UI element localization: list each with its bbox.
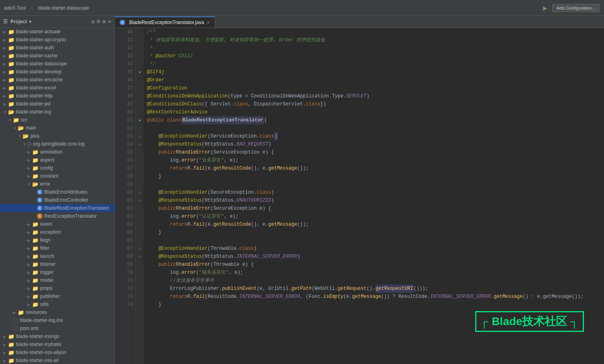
tree-item-blade-error-ctrl[interactable]: ▶ C BladeErrorController [0, 196, 114, 204]
code-content[interactable]: /** * 未知异常转译和发送, 方便监听, 对未知异常统一处理, Order … [144, 28, 604, 364]
tree-item-resources[interactable]: ▶ 📁 resources [0, 308, 114, 316]
tree-item-model[interactable]: ▶ 📁 model [0, 276, 114, 284]
tree-item-rest-translator[interactable]: ▶ I RestExceptionTranslator [0, 212, 114, 220]
tree-item-aspect[interactable]: ▶ 📁 aspect [0, 156, 114, 164]
tree-item[interactable]: ▶ 📁 blade-starter-develop [0, 68, 114, 76]
code-line-60: @ExceptionHandler(SecureException.class) [147, 188, 604, 196]
tree-item-package[interactable]: ▼ ⬡ org.springblade.core.log [0, 140, 114, 148]
tree-item[interactable]: ▶ 📁 blade-starter-jwt [0, 100, 114, 108]
tree-item-config[interactable]: ▶ 📁 config [0, 164, 114, 172]
tree-item-event[interactable]: ▶ 📁 event [0, 220, 114, 228]
tree-item[interactable]: ▶ 📁 blade-starter-api-crypto [0, 36, 114, 44]
code-line-46: @Order [147, 76, 604, 84]
close-icon[interactable]: ✕ [108, 18, 111, 25]
project-dropdown-arrow[interactable]: ▼ [28, 20, 32, 24]
tree-item-mongo[interactable]: ▶ 📁 blade-starter-mongo [0, 332, 114, 340]
tree-item-feign[interactable]: ▶ 📁 feign [0, 236, 114, 244]
code-line-50: @RestControllerAdvice [147, 108, 604, 116]
tree-item-oss-aliyun[interactable]: ▶ 📁 blade-starter-oss-aliyun [0, 348, 114, 356]
code-line-54: @ResponseStatus(HttpStatus.BAD_REQUEST) [147, 140, 604, 148]
code-line-49: @ConditionalOnClass({ Servlet.class, Dis… [147, 100, 604, 108]
tree-item-logger[interactable]: ▶ 📁 logger [0, 268, 114, 276]
code-line-48: @ConditionalOnWebApplication(type = Cond… [147, 92, 604, 100]
code-line-40: /** [147, 28, 604, 36]
line-numbers: 40 41 42 43 44 45 46 47 48 49 50 51 52 5… [115, 28, 136, 364]
code-line-68: @ResponseStatus(HttpStatus.INTERNAL_SERV… [147, 253, 604, 261]
code-line-52 [147, 124, 604, 132]
code-line-69: public R handleError(Throwable e) { [147, 261, 604, 269]
tree-item-constant[interactable]: ▶ 📁 constant [0, 172, 114, 180]
code-editor: 40 41 42 43 44 45 46 47 48 49 50 51 52 5… [115, 28, 604, 364]
code-line-64: return R.fail(e.getResultCode(), e.getMe… [147, 220, 604, 229]
gutter-run-icon-51[interactable]: ● [138, 118, 141, 123]
tree-item-exception[interactable]: ▶ 📁 exception [0, 228, 114, 236]
code-line-70: log.error("服务器异常", e); [147, 269, 604, 277]
tree-item-blade-rest-translator[interactable]: ▶ C BladeRestExceptionTranslator [0, 204, 114, 212]
project-dropdown[interactable]: ☰ [3, 19, 8, 24]
tree-item-props[interactable]: ▶ 📁 props [0, 284, 114, 292]
tree-item-utils[interactable]: ▶ 📁 utils [0, 300, 114, 308]
tree-item-src[interactable]: ▼ 📁 src [0, 116, 114, 124]
tree-item-publisher[interactable]: ▶ 📁 publisher [0, 292, 114, 300]
tree-item-oss-all[interactable]: ▶ 📁 blade-starter-oss-all [0, 356, 114, 364]
tab-close-button[interactable]: ✕ [206, 20, 210, 25]
code-line-74: } [147, 301, 604, 309]
tree-item-error[interactable]: ▼ 📂 error [0, 180, 114, 188]
gutter-mark-68: ◇ [138, 254, 141, 259]
gutter-mark-67: ◇ [138, 246, 141, 251]
code-line-62: public R handleError(SecureException e) … [147, 204, 604, 212]
tree-item-annotation[interactable]: ▶ 📁 annotation [0, 148, 114, 156]
code-line-61: @ResponseStatus(HttpStatus.UNAUTHORIZED) [147, 196, 604, 204]
code-line-47: @Configuration [147, 84, 604, 92]
gutter-mark-60: ◇ [138, 190, 141, 195]
code-line-63: log.error("认证异常", e); [147, 212, 604, 220]
code-line-43: * @author Chill [147, 52, 604, 60]
locate-icon[interactable]: ◎ [92, 18, 95, 25]
code-line-42: * [147, 44, 604, 52]
tree-item[interactable]: ▶ 📁 blade-starter-excel [0, 84, 114, 92]
run-icon[interactable]: ▶ [543, 4, 547, 12]
editor-tab-main[interactable]: C BladeRestExceptionTranslator.java ✕ [115, 16, 215, 28]
project-name: blade-starter-datascope [38, 5, 89, 11]
toolbar-separator-1: | [31, 5, 33, 11]
tree-item[interactable]: ▶ 📁 blade-starter-datascope [0, 60, 114, 68]
gutter: ● ● ◇ ◇ ◇ ◇ [136, 28, 144, 364]
code-line-65: } [147, 229, 604, 237]
sidebar-title: ☰ Project ▼ [3, 19, 32, 24]
tree-item-java[interactable]: ▼ 📂 java [0, 132, 114, 140]
sidebar-icons: ◎ ⊟ ⚙ ✕ [92, 18, 111, 25]
tree-item-mybatis[interactable]: ▶ 📁 blade-starter-mybatis [0, 340, 114, 348]
code-line-66 [147, 237, 604, 245]
tree-item-main[interactable]: ▼ 📂 main [0, 124, 114, 132]
gutter-run-icon-45[interactable]: ● [138, 70, 141, 75]
code-line-44: */ [147, 60, 604, 68]
settings-icon[interactable]: ⚙ [102, 18, 106, 25]
code-line-55: public R handleError(ServiceException e)… [147, 148, 604, 156]
code-line-57: return R.fail(e.getResultCode(), e.getMe… [147, 164, 604, 172]
java-class-icon: C [37, 197, 43, 203]
tree-item[interactable]: ▶ 📁 blade-starter-actuate [0, 28, 114, 36]
gutter-mark-61: ◇ [138, 198, 141, 203]
tree-item[interactable]: ▶ 📁 blade-starter-ehcache [0, 76, 114, 84]
tab-java-icon: C [120, 20, 125, 25]
tree-item-listener[interactable]: ▶ 📁 listener [0, 260, 114, 268]
tree-item-filter[interactable]: ▶ 📁 filter [0, 244, 114, 252]
tool-name: adeX-Tool [4, 5, 26, 11]
code-line-41: * 未知异常转译和发送, 方便监听, 对未知异常统一处理, Order 排序优先… [147, 36, 604, 44]
tree-item-launch[interactable]: ▶ 📁 launch [0, 252, 114, 260]
code-line-53: @ExceptionHandler(ServiceException.class… [147, 132, 604, 140]
tree-item-iml[interactable]: ▶ ⬛ blade-starter-log.iml [0, 316, 114, 324]
code-line-71: //发送服务异常事件 [147, 277, 604, 285]
tree-item[interactable]: ▶ 📁 blade-starter-http [0, 92, 114, 100]
tree-item-blade-error-attr[interactable]: ▶ C BladeErrorAttributes [0, 188, 114, 196]
tree-item[interactable]: ▶ 📁 blade-starter-auth [0, 44, 114, 52]
add-configuration-button[interactable]: Add Configuration... [552, 4, 600, 12]
tree-item[interactable]: ▶ 📁 blade-starter-cache [0, 52, 114, 60]
java-class-icon: C [37, 189, 43, 195]
collapse-all-icon[interactable]: ⊟ [97, 18, 100, 25]
tree-item-log[interactable]: ▼ 📂 blade-starter-log [0, 108, 114, 116]
tree-item-pom[interactable]: ▶ ⬛ pom.xml [0, 324, 114, 332]
toolbar: adeX-Tool | blade-starter-datascope ▶ Ad… [0, 0, 604, 16]
code-line-58: } [147, 172, 604, 180]
gutter-mark-53: ◇ [138, 134, 141, 139]
